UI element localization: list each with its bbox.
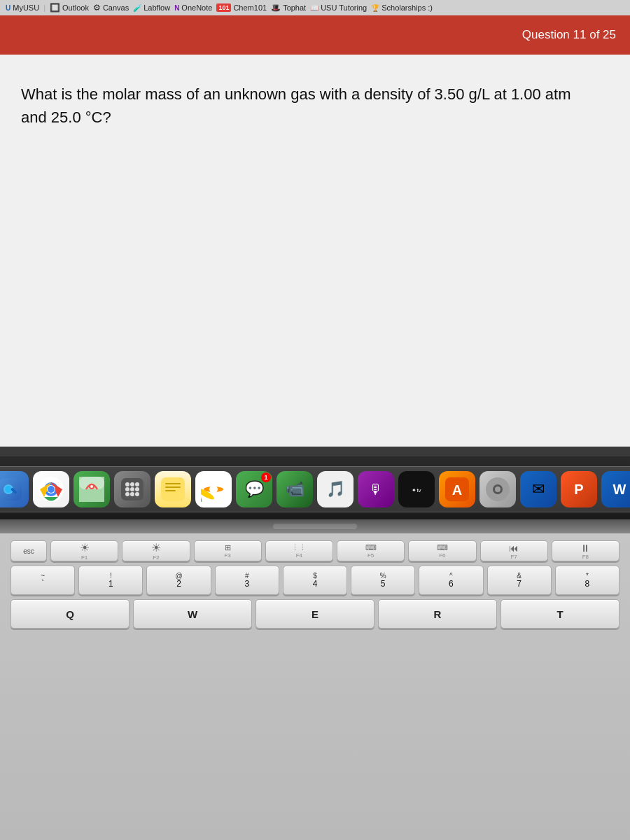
key-f8[interactable]: ⏸ F8: [552, 540, 620, 561]
pages-icon: P: [574, 482, 583, 498]
question-counter: Question 11 of 25: [522, 28, 616, 42]
dock-music[interactable]: 🎵: [317, 471, 354, 507]
svg-text:✦tv: ✦tv: [412, 487, 421, 493]
dock-system-prefs[interactable]: [479, 471, 516, 507]
svg-point-2: [5, 486, 12, 493]
key-5[interactable]: % 5: [351, 566, 415, 595]
svg-point-18: [125, 487, 130, 491]
launchpad-f4-icon: ⋮⋮: [291, 543, 307, 552]
key-7[interactable]: & 7: [487, 566, 552, 595]
key-q[interactable]: Q: [10, 599, 130, 629]
chem101-icon: 101: [216, 4, 231, 12]
svg-rect-26: [165, 486, 181, 488]
keyboard-backlight-up-icon: ⌨: [437, 543, 448, 552]
word-icon: W: [613, 482, 626, 498]
dock-word[interactable]: W: [601, 471, 630, 507]
onenote-icon: N: [174, 4, 179, 12]
dock-podcasts[interactable]: 🎙: [358, 471, 394, 507]
dock-appletv[interactable]: ✦tv: [398, 471, 435, 507]
trackpad-hint: [273, 524, 357, 529]
tophat-icon: 🎩: [271, 4, 281, 13]
key-w[interactable]: W: [133, 599, 252, 629]
podcasts-icon: 🎙: [369, 482, 383, 498]
dock-maps[interactable]: [74, 471, 110, 507]
bookmark-tophat[interactable]: 🎩 Tophat: [271, 4, 306, 13]
myusu-icon: U: [6, 4, 10, 12]
number-key-row: ~ ` ! 1 @ 2 # 3 $ 4 % 5 ^ 6 & 7: [10, 566, 620, 595]
dock-instruments[interactable]: A: [439, 471, 475, 507]
canvas-icon: ⚙: [93, 3, 101, 13]
key-f3[interactable]: ⊞ F3: [194, 540, 262, 561]
svg-point-7: [48, 486, 55, 493]
key-f5[interactable]: ⌨ F5: [337, 540, 405, 561]
dock-mail[interactable]: ✉: [520, 471, 556, 507]
play-pause-icon: ⏸: [580, 542, 590, 554]
key-8[interactable]: * 8: [555, 566, 620, 595]
svg-point-17: [135, 482, 139, 486]
key-6[interactable]: ^ 6: [419, 566, 483, 595]
brightness-up-icon: ☀: [151, 541, 161, 554]
scholarships-icon: 🏆: [371, 4, 379, 12]
music-icon: 🎵: [326, 480, 345, 498]
dock-photos[interactable]: [195, 471, 232, 507]
dock-chrome[interactable]: [33, 471, 69, 507]
key-e[interactable]: E: [255, 599, 374, 629]
key-r[interactable]: R: [378, 599, 497, 629]
svg-rect-9: [79, 489, 104, 502]
key-f6[interactable]: ⌨ F6: [408, 540, 476, 561]
question-text: What is the molar mass of an unknown gas…: [21, 83, 595, 129]
svg-rect-24: [161, 477, 185, 501]
svg-point-35: [209, 485, 218, 493]
dock-area: 💬 1 📹 🎵 🎙 ✦tv A: [0, 456, 630, 519]
mission-control-icon: ⊞: [225, 543, 231, 552]
main-content: What is the molar mass of an unknown gas…: [0, 55, 630, 447]
bookmark-outlook[interactable]: 🔲 Outlook: [50, 3, 89, 13]
key-2[interactable]: @ 2: [146, 566, 211, 595]
dock-pages[interactable]: P: [561, 471, 597, 507]
bookmark-onenote[interactable]: N OneNote: [174, 4, 212, 12]
usu-tutoring-icon: 📖: [310, 4, 318, 12]
bookmark-canvas[interactable]: ⚙ Canvas: [93, 3, 129, 13]
fn-key-row: esc ☀ F1 ☀ F2 ⊞ F3 ⋮⋮ F4 ⌨ F5 ⌨ F6 ⏮ F7: [10, 540, 620, 561]
key-4[interactable]: $ 4: [283, 566, 347, 595]
key-esc[interactable]: esc: [10, 540, 47, 561]
messages-badge: 1: [261, 472, 271, 482]
dock-launchpad[interactable]: [114, 471, 150, 507]
dock-facetime[interactable]: 📹: [276, 471, 313, 507]
dock-finder[interactable]: [0, 471, 29, 507]
key-1[interactable]: ! 1: [78, 566, 143, 595]
svg-point-42: [495, 486, 500, 492]
rewind-icon: ⏮: [509, 542, 519, 554]
screen-bottom-bar: [0, 447, 630, 456]
laptop-hinge: [0, 519, 630, 533]
svg-point-15: [125, 482, 130, 486]
key-tilde[interactable]: ~ `: [10, 566, 75, 595]
labflow-icon: 🧪: [133, 4, 141, 12]
dock-messages[interactable]: 💬 1: [236, 471, 272, 507]
bookmark-labflow[interactable]: 🧪 Labflow: [133, 4, 170, 12]
site-header: Question 11 of 25: [0, 15, 630, 55]
svg-point-22: [130, 492, 134, 496]
bookmark-usu-tutoring[interactable]: 📖 USU Tutoring: [310, 4, 367, 12]
key-f1[interactable]: ☀ F1: [50, 540, 118, 561]
svg-point-21: [125, 492, 130, 496]
svg-point-23: [135, 492, 139, 496]
bookmark-scholarships[interactable]: 🏆 Scholarships :): [371, 4, 433, 12]
svg-point-13: [90, 485, 93, 488]
key-3[interactable]: # 3: [215, 566, 279, 595]
key-f2[interactable]: ☀ F2: [122, 540, 190, 561]
key-f4[interactable]: ⋮⋮ F4: [265, 540, 333, 561]
bookmark-myusu[interactable]: U MyUSU: [6, 4, 39, 12]
key-t[interactable]: T: [500, 599, 620, 629]
messages-icon: 💬: [245, 480, 264, 498]
dock: 💬 1 📹 🎵 🎙 ✦tv A: [0, 466, 630, 512]
bookmark-chem101[interactable]: 101 Chem101: [216, 4, 267, 12]
keyboard-backlight-down-icon: ⌨: [365, 543, 377, 552]
svg-point-19: [130, 487, 134, 491]
mail-icon: ✉: [532, 480, 545, 498]
qwerty-key-row: Q W E R T: [10, 599, 620, 629]
svg-text:A: A: [452, 482, 462, 498]
key-f7[interactable]: ⏮ F7: [480, 540, 548, 561]
dock-notes[interactable]: [155, 471, 191, 507]
outlook-icon: 🔲: [50, 3, 60, 13]
